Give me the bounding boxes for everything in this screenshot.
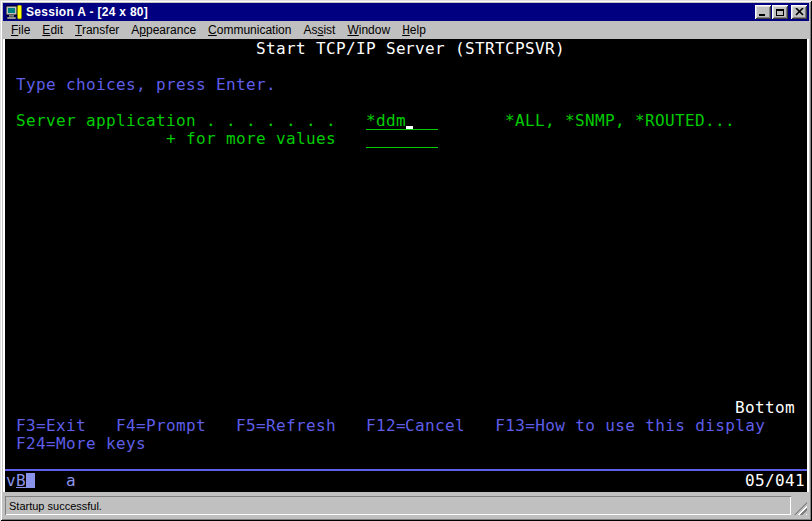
menu-bar: File Edit Transfer Appearance Communicat…: [3, 21, 809, 39]
menu-item-edit[interactable]: Edit: [36, 22, 69, 38]
menu-item-communication[interactable]: Communication: [202, 22, 297, 38]
minimize-button[interactable]: [755, 5, 771, 19]
minimize-icon: [759, 14, 765, 16]
text-cursor: [406, 126, 413, 129]
terminal-screen[interactable]: Start TCP/IP Server (STRTCPSVR) Type cho…: [3, 39, 809, 492]
oia-shift-indicator: a: [66, 472, 76, 490]
menu-item-window[interactable]: Window: [341, 22, 396, 38]
maximize-icon: [776, 9, 784, 16]
maximize-button[interactable]: [772, 5, 788, 19]
close-icon: [795, 8, 804, 16]
app-icon[interactable]: [6, 5, 22, 20]
menu-item-assist[interactable]: Assist: [297, 22, 341, 38]
menu-item-transfer[interactable]: Transfer: [69, 22, 125, 38]
oia-cursor-position: 05/041: [745, 472, 805, 490]
server-application-label: Server application . . . . . . .: [16, 112, 336, 130]
status-message: Startup successful.: [9, 500, 102, 512]
oia-separator: [5, 469, 807, 471]
resize-grip[interactable]: [794, 502, 807, 515]
menu-item-file[interactable]: File: [5, 22, 36, 38]
close-button[interactable]: [791, 5, 807, 19]
menu-item-appearance[interactable]: Appearance: [125, 22, 202, 38]
oia-indicator-1: v: [6, 472, 16, 490]
server-application-input[interactable]: *ddm: [366, 112, 438, 130]
status-bar: Startup successful.: [3, 493, 809, 518]
instruction-text: Type choices, press Enter.: [16, 76, 276, 94]
server-application-hint: *ALL, *SNMP, *ROUTED...: [505, 112, 735, 130]
fkey-line-1[interactable]: F3=Exit F4=Prompt F5=Refresh F12=Cancel …: [16, 417, 765, 435]
bottom-marker: Bottom: [735, 399, 795, 417]
status-message-panel: Startup successful.: [5, 496, 791, 515]
app-window: Session A - [24 x 80] File Edit Transfer…: [0, 0, 812, 521]
title-bar[interactable]: Session A - [24 x 80]: [3, 3, 809, 21]
menu-item-help[interactable]: Help: [396, 22, 432, 38]
oia-input-inhibit-block: [26, 473, 35, 488]
oia-indicator-2: B: [16, 472, 26, 490]
window-title: Session A - [24 x 80]: [26, 5, 754, 19]
fkey-line-2[interactable]: F24=More keys: [16, 435, 146, 453]
screen-title: Start TCP/IP Server (STRTCPSVR): [256, 40, 565, 58]
more-values-input[interactable]: [366, 130, 438, 148]
more-values-label: + for more values: [166, 130, 336, 148]
